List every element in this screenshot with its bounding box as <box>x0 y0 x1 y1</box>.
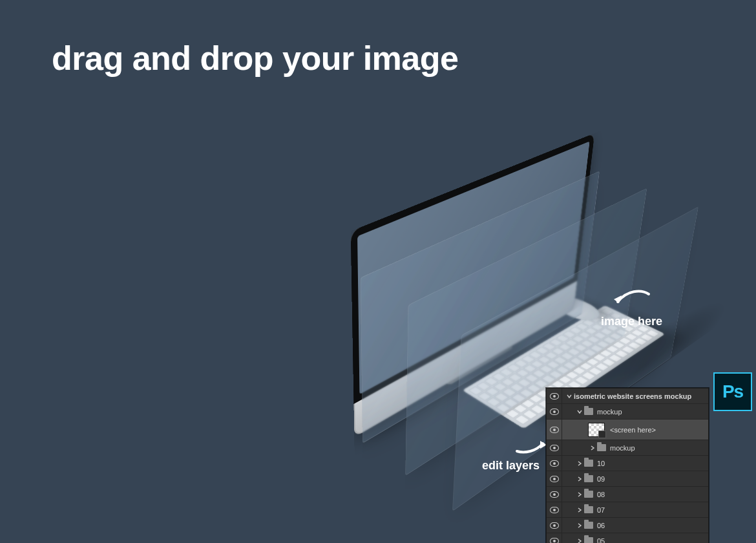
eye-icon <box>550 522 559 529</box>
annotation-image-here-label: image here <box>601 315 662 328</box>
layer-row-folder[interactable]: 09 <box>547 471 708 487</box>
visibility-toggle[interactable] <box>547 389 562 403</box>
layer-row-folder[interactable]: 10 <box>547 456 708 471</box>
visibility-toggle[interactable] <box>547 533 562 543</box>
chevron-down-icon[interactable] <box>575 409 584 414</box>
mockup-scene <box>155 116 607 537</box>
folder-icon <box>584 537 593 543</box>
layer-row-nested-mockup[interactable]: mockup <box>547 440 708 456</box>
eye-icon <box>550 460 559 467</box>
layer-label: 09 <box>597 475 605 483</box>
chevron-right-icon[interactable] <box>575 538 584 544</box>
layers-panel[interactable]: isometric website screens mockup mockup … <box>546 388 709 543</box>
eye-icon <box>550 476 559 482</box>
smart-object-thumbnail[interactable] <box>588 423 605 437</box>
visibility-toggle[interactable] <box>547 471 562 486</box>
eye-icon <box>550 491 559 498</box>
eye-icon <box>550 538 559 544</box>
folder-icon <box>584 522 593 529</box>
arrow-icon <box>613 288 651 310</box>
layer-label: isometric website screens mockup <box>574 392 691 400</box>
layer-label: 05 <box>597 537 605 544</box>
headline-text: drag and drop your image <box>52 39 458 78</box>
visibility-toggle[interactable] <box>547 440 562 455</box>
annotation-image-here: image here <box>601 288 662 328</box>
folder-icon <box>597 444 606 451</box>
layer-label: 07 <box>597 506 605 514</box>
layer-label: mockup <box>597 408 622 416</box>
folder-icon <box>584 475 593 482</box>
layer-row-folder[interactable]: 05 <box>547 533 708 543</box>
layer-row-folder[interactable]: 08 <box>547 487 708 502</box>
visibility-toggle[interactable] <box>547 487 562 502</box>
eye-icon <box>550 507 559 513</box>
chevron-down-icon[interactable] <box>565 394 574 399</box>
folder-icon <box>584 408 593 415</box>
eye-icon <box>550 393 559 399</box>
layer-row-folder[interactable]: 07 <box>547 502 708 518</box>
layer-row-screen-here[interactable]: <screen here> <box>547 420 708 440</box>
layer-label: 08 <box>597 491 605 498</box>
layer-label: 10 <box>597 460 605 467</box>
visibility-toggle[interactable] <box>547 518 562 533</box>
layer-label: mockup <box>610 444 635 452</box>
eye-icon <box>550 445 559 451</box>
layer-row-folder[interactable]: 06 <box>547 518 708 533</box>
layer-row-root[interactable]: isometric website screens mockup <box>547 389 708 404</box>
folder-icon <box>584 460 593 467</box>
chevron-right-icon[interactable] <box>575 476 584 482</box>
folder-icon <box>584 506 593 513</box>
chevron-right-icon[interactable] <box>575 507 584 513</box>
layer-label: 06 <box>597 522 605 529</box>
annotation-edit-layers: edit layers <box>482 437 548 473</box>
visibility-toggle[interactable] <box>547 456 562 471</box>
layer-label: <screen here> <box>610 426 656 434</box>
folder-icon <box>584 491 593 498</box>
eye-icon <box>550 427 559 433</box>
layer-row-mockup[interactable]: mockup <box>547 404 708 420</box>
visibility-toggle[interactable] <box>547 404 562 419</box>
annotation-edit-layers-label: edit layers <box>482 459 540 472</box>
visibility-toggle[interactable] <box>547 420 562 440</box>
chevron-right-icon[interactable] <box>575 492 584 497</box>
chevron-right-icon[interactable] <box>575 461 584 466</box>
arrow-icon <box>514 437 548 455</box>
photoshop-icon: Ps <box>713 372 752 411</box>
chevron-right-icon[interactable] <box>575 523 584 528</box>
visibility-toggle[interactable] <box>547 502 562 517</box>
eye-icon <box>550 409 559 415</box>
chevron-right-icon[interactable] <box>588 445 597 451</box>
